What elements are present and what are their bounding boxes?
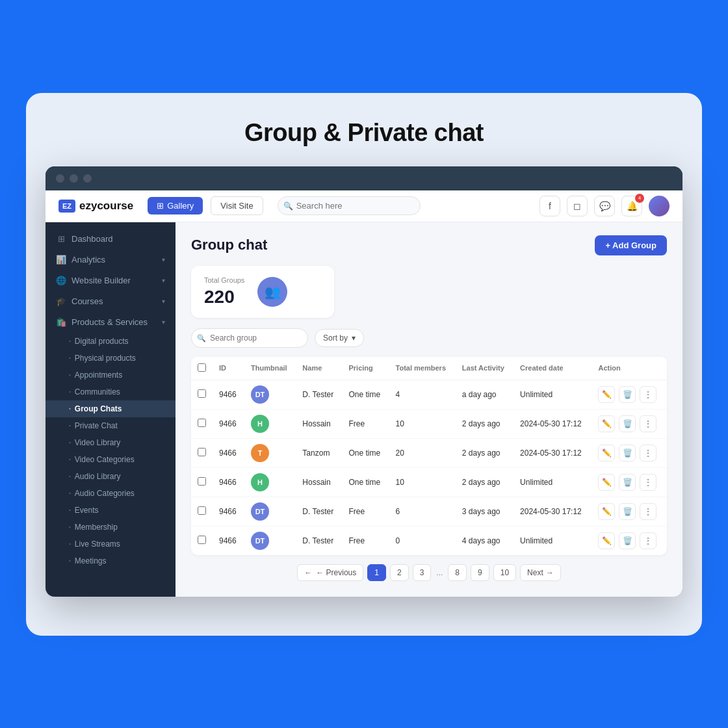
row-last-activity: 2 days ago xyxy=(456,438,514,467)
browser-dot-3 xyxy=(83,174,92,183)
sidebar-subitem-private-chat[interactable]: Private Chat xyxy=(46,417,176,434)
delete-button[interactable]: 🗑️ xyxy=(619,415,636,432)
sidebar-subitem-membership[interactable]: Membership xyxy=(46,519,176,536)
row-checkbox-3[interactable] xyxy=(198,477,206,486)
th-checkbox xyxy=(191,357,213,380)
row-pricing: One time xyxy=(343,380,389,409)
stats-value: 220 xyxy=(204,287,244,307)
page-2-button[interactable]: 2 xyxy=(390,564,409,581)
sidebar-subitem-group-chats[interactable]: Group Chats xyxy=(46,400,176,417)
sidebar-item-analytics[interactable]: 📊 Analytics ▾ xyxy=(46,250,176,270)
row-avatar: DT xyxy=(251,532,269,550)
sidebar-subitem-digital-products[interactable]: Digital products xyxy=(46,333,176,350)
row-name: D. Tester xyxy=(296,526,342,555)
more-options-button[interactable]: ⋮ xyxy=(640,445,656,462)
row-total-members: 10 xyxy=(389,467,456,497)
sidebar-subitem-live-streams[interactable]: Live Streams xyxy=(46,536,176,552)
sidebar-subitem-video-categories[interactable]: Video Categories xyxy=(46,451,176,468)
sidebar-item-products-services[interactable]: 🛍️ Products & Services ▾ xyxy=(46,312,176,333)
prev-page-button[interactable]: ← ← Previous xyxy=(297,564,363,581)
instagram-icon-btn[interactable]: ◻ xyxy=(567,196,588,216)
edit-button[interactable]: ✏️ xyxy=(598,445,615,462)
sidebar-item-website-builder[interactable]: 🌐 Website Builder ▾ xyxy=(46,270,176,291)
row-thumbnail: T xyxy=(244,438,296,467)
page-1-button[interactable]: 1 xyxy=(367,564,386,581)
row-checkbox-2[interactable] xyxy=(198,448,206,456)
row-checkbox-5[interactable] xyxy=(198,536,206,544)
add-group-button[interactable]: + Add Group xyxy=(595,235,667,255)
page-8-button[interactable]: 8 xyxy=(448,564,467,581)
sidebar-subitem-communities[interactable]: Communities xyxy=(46,384,176,400)
row-checkbox-cell xyxy=(191,380,213,409)
edit-button[interactable]: ✏️ xyxy=(598,532,615,549)
sidebar-subitem-audio-library[interactable]: Audio Library xyxy=(46,468,176,485)
more-options-button[interactable]: ⋮ xyxy=(640,386,656,403)
row-checkbox-0[interactable] xyxy=(198,389,206,398)
row-checkbox-4[interactable] xyxy=(198,506,206,515)
sidebar-item-dashboard-label: Dashboard xyxy=(72,234,113,244)
row-thumbnail: DT xyxy=(244,526,296,555)
sidebar-item-products-services-label: Products & Services xyxy=(72,317,148,327)
row-created-date: Unlimited xyxy=(514,467,592,497)
th-created-date: Created date xyxy=(514,357,592,380)
sidebar-subitem-events[interactable]: Events xyxy=(46,502,176,519)
page-10-button[interactable]: 10 xyxy=(493,564,516,581)
sort-by-select[interactable]: Sort by ▾ xyxy=(315,329,364,347)
row-pricing: One time xyxy=(343,467,389,497)
sidebar-subitem-audio-categories[interactable]: Audio Categories xyxy=(46,485,176,502)
chat-icon-btn[interactable]: 💬 xyxy=(594,196,615,216)
delete-button[interactable]: 🗑️ xyxy=(619,386,636,403)
delete-button[interactable]: 🗑️ xyxy=(619,532,636,549)
delete-button[interactable]: 🗑️ xyxy=(619,503,636,520)
notification-icon-btn[interactable]: 🔔 4 xyxy=(621,196,642,216)
page-background: Group & Private chat EZ ezycourse ⊞ Gall… xyxy=(26,93,702,636)
facebook-icon-btn[interactable]: f xyxy=(540,196,560,216)
stats-label: Total Groups xyxy=(204,276,244,284)
row-name: D. Tester xyxy=(296,380,342,409)
delete-button[interactable]: 🗑️ xyxy=(619,445,636,462)
user-avatar[interactable] xyxy=(649,196,670,216)
search-group-container: 🔍 xyxy=(191,328,308,348)
sidebar-subitem-appointments[interactable]: Appointments xyxy=(46,367,176,384)
more-options-button[interactable]: ⋮ xyxy=(640,503,656,520)
row-actions: ✏️ 🗑️ ⋮ xyxy=(592,380,667,409)
th-thumbnail: Thumbnail xyxy=(244,357,296,380)
logo: EZ ezycourse xyxy=(58,200,133,213)
next-page-button[interactable]: Next → xyxy=(520,564,561,581)
row-checkbox-1[interactable] xyxy=(198,419,206,427)
sidebar-subitem-meetings[interactable]: Meetings xyxy=(46,552,176,569)
page-3-button[interactable]: 3 xyxy=(413,564,432,581)
sidebar-item-dashboard[interactable]: ⊞ Dashboard xyxy=(46,229,176,250)
row-last-activity: 3 days ago xyxy=(456,497,514,526)
notification-badge: 4 xyxy=(635,194,644,203)
edit-button[interactable]: ✏️ xyxy=(598,474,615,491)
logo-icon: EZ xyxy=(58,200,75,213)
sidebar-item-courses[interactable]: 🎓 Courses ▾ xyxy=(46,291,176,312)
more-options-button[interactable]: ⋮ xyxy=(640,532,656,549)
th-last-activity: Last Activity xyxy=(456,357,514,380)
select-all-checkbox[interactable] xyxy=(198,363,206,372)
group-icon: 👥 xyxy=(265,284,281,300)
th-name: Name xyxy=(296,357,342,380)
visit-site-button[interactable]: Visit Site xyxy=(211,196,263,215)
page-9-button[interactable]: 9 xyxy=(471,564,489,581)
row-total-members: 20 xyxy=(389,438,456,467)
delete-button[interactable]: 🗑️ xyxy=(619,474,636,491)
row-id: 9466 xyxy=(213,438,244,467)
row-avatar: H xyxy=(251,415,269,433)
th-id: ID xyxy=(213,357,244,380)
row-thumbnail: DT xyxy=(244,497,296,526)
more-options-button[interactable]: ⋮ xyxy=(640,415,656,432)
edit-button[interactable]: ✏️ xyxy=(598,415,615,432)
more-options-button[interactable]: ⋮ xyxy=(640,474,656,491)
content-header: Group chat + Add Group xyxy=(191,235,667,255)
pagination-dots: ... xyxy=(435,568,444,577)
sidebar-subitem-video-library[interactable]: Video Library xyxy=(46,434,176,451)
edit-button[interactable]: ✏️ xyxy=(598,386,615,403)
row-thumbnail: DT xyxy=(244,380,296,409)
group-search-input[interactable] xyxy=(191,328,308,348)
search-input[interactable] xyxy=(278,196,421,215)
edit-button[interactable]: ✏️ xyxy=(598,503,615,520)
sidebar-subitem-physical-products[interactable]: Physical products xyxy=(46,350,176,367)
gallery-button[interactable]: ⊞ Gallery xyxy=(148,197,203,214)
